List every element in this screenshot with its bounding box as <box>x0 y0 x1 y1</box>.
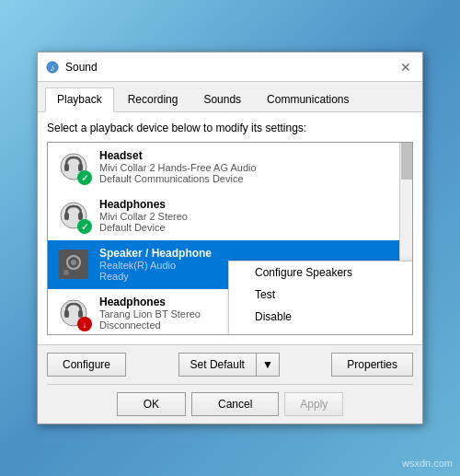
badge-green-headset: ✓ <box>77 170 92 185</box>
headphones-red-icon: ↓ <box>55 295 92 331</box>
sound-dialog: ♪ Sound ✕ Playback Recording Sounds Comm… <box>37 52 423 424</box>
device-status-headset: Default Communications Device <box>99 173 405 184</box>
set-default-group: Set Default ▼ <box>178 353 280 377</box>
context-set-default-device[interactable]: Set as Default Device <box>229 328 413 335</box>
bottom-buttons-row: Configure Set Default ▼ Properties <box>47 353 413 377</box>
svg-rect-6 <box>64 213 69 220</box>
set-default-button[interactable]: Set Default <box>178 353 256 377</box>
device-name-headphones-green: Headphones <box>99 198 405 211</box>
context-menu: Configure Speakers Test Disable Set as D… <box>228 261 413 335</box>
speaker-icon <box>55 246 92 283</box>
close-button[interactable]: ✕ <box>397 58 415 76</box>
svg-text:♪: ♪ <box>51 63 55 73</box>
context-configure-speakers[interactable]: Configure Speakers <box>229 261 413 284</box>
svg-rect-13 <box>64 310 69 318</box>
title-bar: ♪ Sound ✕ <box>38 52 422 82</box>
configure-button[interactable]: Configure <box>47 353 126 377</box>
headphones-green-icon: ✓ <box>55 197 92 234</box>
content-area: Select a playback device below to modify… <box>38 112 422 345</box>
badge-red-headphones: ↓ <box>77 317 92 331</box>
tab-communications[interactable]: Communications <box>255 87 361 111</box>
device-name-speaker: Speaker / Headphone <box>99 247 405 260</box>
set-default-arrow-button[interactable]: ▼ <box>256 353 280 377</box>
device-item-headphones-green[interactable]: ✓ Headphones Mivi Collar 2 Stereo Defaul… <box>48 192 412 240</box>
device-desc-headphones-green: Mivi Collar 2 Stereo <box>99 211 405 222</box>
tab-sounds[interactable]: Sounds <box>191 87 253 111</box>
tab-recording[interactable]: Recording <box>116 87 190 111</box>
cancel-button[interactable]: Cancel <box>191 392 279 416</box>
properties-button[interactable]: Properties <box>331 353 413 377</box>
instructions-text: Select a playback device below to modify… <box>47 122 413 134</box>
device-info-headset: Headset Mivi Collar 2 Hands-Free AG Audi… <box>99 149 405 184</box>
device-list[interactable]: ✓ Headset Mivi Collar 2 Hands-Free AG Au… <box>47 142 413 335</box>
title-bar-icon: ♪ <box>45 60 60 75</box>
device-item-headset[interactable]: ✓ Headset Mivi Collar 2 Hands-Free AG Au… <box>48 143 412 192</box>
apply-button[interactable]: Apply <box>284 392 343 416</box>
device-status-headphones-green: Default Device <box>99 222 405 233</box>
device-info-headphones-green: Headphones Mivi Collar 2 Stereo Default … <box>99 198 405 233</box>
context-disable[interactable]: Disable <box>229 306 413 328</box>
device-name-headset: Headset <box>99 149 405 162</box>
tab-playback[interactable]: Playback <box>45 87 114 112</box>
badge-green-headphones: ✓ <box>77 219 92 234</box>
ok-button[interactable]: OK <box>117 392 186 416</box>
svg-point-10 <box>71 260 76 265</box>
bottom-area: Configure Set Default ▼ Properties OK Ca… <box>38 345 422 424</box>
svg-point-11 <box>63 270 69 275</box>
watermark: wsxdn.com <box>402 458 453 469</box>
title-bar-title: Sound <box>65 61 397 74</box>
tab-bar: Playback Recording Sounds Communications <box>38 82 422 112</box>
ok-cancel-apply-row: OK Cancel Apply <box>47 384 413 416</box>
context-test[interactable]: Test <box>229 284 413 306</box>
svg-rect-3 <box>64 164 69 171</box>
headset-icon: ✓ <box>55 148 92 185</box>
scrollbar-thumb[interactable] <box>401 143 412 180</box>
device-desc-headset: Mivi Collar 2 Hands-Free AG Audio <box>99 162 405 173</box>
